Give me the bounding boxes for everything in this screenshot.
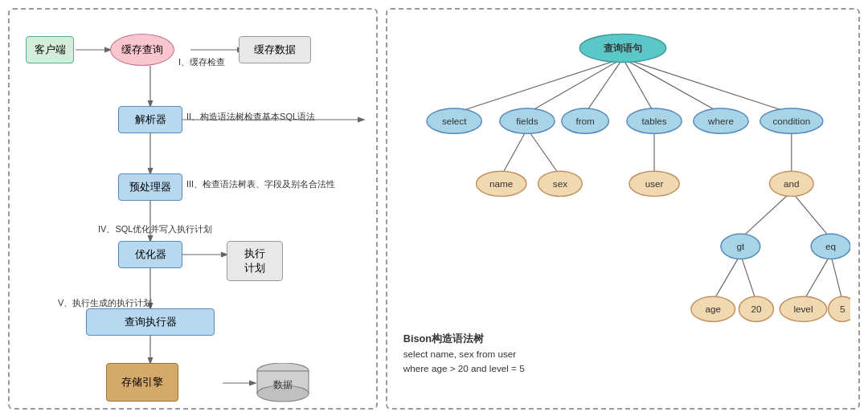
- svg-line-20: [502, 128, 527, 176]
- main-container: 客户端 缓存查询 缓存数据 I、缓存检查 解析器 II、构造语法树检查基本SQL…: [0, 0, 868, 420]
- flowchart: 客户端 缓存查询 缓存数据 I、缓存检查 解析器 II、构造语法树检查基本SQL…: [18, 18, 368, 400]
- cache-data-box: 缓存数据: [239, 36, 311, 63]
- cache-data-label: 缓存数据: [254, 43, 296, 57]
- svg-line-27: [740, 255, 756, 302]
- svg-line-25: [792, 192, 831, 239]
- node-condition: condition: [772, 116, 810, 126]
- node-level: level: [793, 304, 813, 314]
- svg-line-19: [623, 59, 792, 113]
- svg-text:数据: 数据: [273, 379, 293, 390]
- label-iv: IV、SQL优化并写入执行计划: [98, 223, 212, 235]
- storage-engine-label: 存储引擎: [121, 375, 163, 389]
- label-i: I、缓存检查: [178, 56, 225, 68]
- query-executor-label: 查询执行器: [125, 315, 177, 329]
- svg-line-15: [527, 59, 623, 113]
- svg-line-26: [713, 255, 740, 302]
- right-panel: 查询语句 select fields from tables where con…: [386, 8, 860, 410]
- cache-query-label: 缓存查询: [121, 43, 163, 57]
- label-ii: II、构造语法树检查基本SQL语法: [186, 111, 315, 123]
- svg-line-28: [803, 255, 830, 302]
- arrows-svg: [18, 18, 368, 400]
- exec-plan-box: 执行 计划: [227, 241, 283, 281]
- node-tables: tables: [641, 116, 666, 126]
- exec-plan-label: 执行 计划: [244, 247, 265, 275]
- parser-label: 解析器: [135, 112, 166, 127]
- data-box: 数据: [255, 363, 311, 406]
- svg-line-14: [454, 59, 623, 113]
- parser-box: 解析器: [118, 106, 182, 133]
- tree-svg: 查询语句 select fields from tables where con…: [395, 18, 850, 400]
- svg-line-24: [740, 192, 791, 239]
- node-age: age: [705, 304, 721, 314]
- data-cylinder: 数据: [255, 363, 311, 403]
- node-select: select: [442, 116, 467, 126]
- bison-title: Bison构造语法树: [403, 332, 485, 345]
- node-where: where: [707, 116, 734, 126]
- node-user: user: [645, 178, 664, 189]
- preprocessor-label: 预处理器: [129, 180, 171, 194]
- root-node: 查询语句: [604, 43, 642, 53]
- optimizer-box: 优化器: [118, 241, 182, 268]
- label-iii: III、检查语法树表、字段及别名合法性: [186, 178, 335, 190]
- query-executor-box: 查询执行器: [86, 308, 215, 336]
- svg-line-29: [831, 255, 843, 302]
- cache-query-box: 缓存查询: [110, 34, 174, 66]
- node-name: name: [489, 178, 513, 189]
- client-box: 客户端: [26, 36, 74, 63]
- node-eq: eq: [825, 241, 836, 251]
- svg-line-16: [585, 59, 623, 113]
- bison-query: select name, sex from user: [403, 349, 517, 359]
- label-v: V、执行生成的执行计划: [58, 297, 152, 309]
- storage-engine-box: 存储引擎: [106, 363, 178, 402]
- node-sex: sex: [553, 178, 567, 189]
- node-and: and: [784, 178, 800, 189]
- svg-line-21: [527, 128, 560, 176]
- client-label: 客户端: [35, 43, 66, 57]
- node-fields: fields: [516, 116, 538, 126]
- left-panel: 客户端 缓存查询 缓存数据 I、缓存检查 解析器 II、构造语法树检查基本SQL…: [8, 8, 378, 410]
- optimizer-label: 优化器: [135, 247, 166, 262]
- node-20: 20: [751, 304, 762, 314]
- node-gt: gt: [736, 241, 745, 251]
- bison-where: where age > 20 and level = 5: [403, 363, 525, 373]
- node-from: from: [575, 116, 594, 126]
- preprocessor-box: 预处理器: [118, 173, 182, 201]
- node-5: 5: [840, 304, 845, 314]
